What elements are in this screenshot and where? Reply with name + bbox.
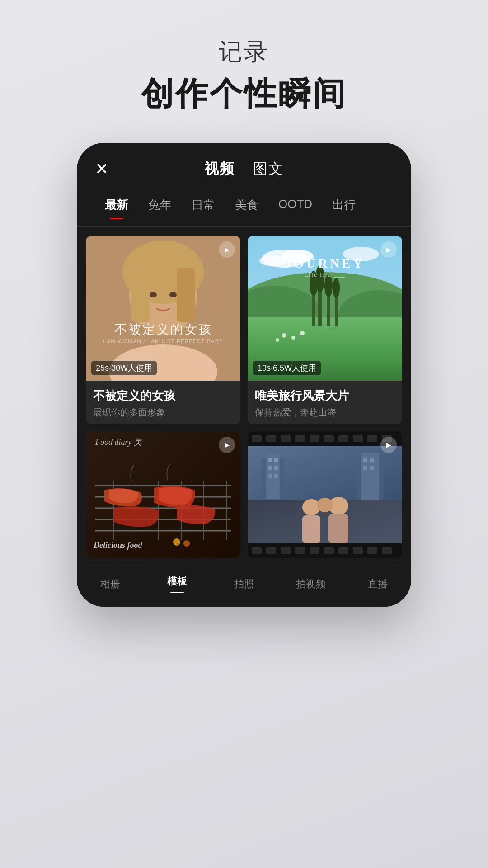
svg-rect-62 [268,458,272,462]
cat-ootd[interactable]: OOTD [268,193,322,217]
nav-video-shoot-label: 拍视频 [296,577,326,591]
svg-point-22 [333,278,340,298]
svg-point-6 [150,292,157,297]
svg-point-46 [183,540,190,547]
journey-card-info: 唯美旅行风景大片 保持热爱，奔赴山海 [248,381,402,424]
svg-rect-86 [324,547,334,554]
film-card-image: ▶ [248,431,402,558]
journey-svg: JOURNEY Life is a ___ [248,236,402,381]
svg-rect-66 [268,474,272,478]
film-svg [248,431,402,558]
portrait-play-icon[interactable]: ▶ [219,241,235,258]
svg-rect-50 [266,435,276,442]
cat-rabbit[interactable]: 兔年 [138,193,182,217]
portrait-desc: 展现你的多面形象 [93,406,233,419]
journey-badge: 19s·6.5W人使用 [253,361,321,375]
portrait-main-text: 不被定义的女孩 I AM WOMAN / I AM NOT PERFECT BA… [92,321,234,344]
nav-video-shoot[interactable]: 拍视频 [288,577,333,591]
nav-live-label: 直播 [368,577,388,591]
svg-rect-78 [328,514,348,543]
cat-daily[interactable]: 日常 [182,193,225,217]
svg-rect-3 [131,268,150,322]
cat-latest[interactable]: 最新 [95,193,138,217]
nav-template-label: 模板 [167,575,187,588]
nav-live[interactable]: 直播 [355,577,400,591]
nav-template[interactable]: 模板 [155,575,200,593]
portrait-card-image: 不被定义的女孩 I AM WOMAN / I AM NOT PERFECT BA… [86,236,240,381]
template-card-food[interactable]: Food diary 美 Delicious food ▶ [86,431,240,558]
top-subtitle: 记录 [141,36,347,68]
svg-rect-56 [353,435,363,442]
svg-rect-76 [302,515,320,543]
bottom-nav: 相册 模板 拍照 拍视频 直播 [77,567,411,607]
svg-point-27 [300,331,305,335]
header-tab-group: 视频 图文 [204,159,284,179]
svg-point-7 [169,292,177,297]
portrait-badge: 25s·30W人使用 [91,361,157,375]
cat-food[interactable]: 美食 [225,193,268,217]
svg-rect-49 [252,435,262,442]
svg-rect-81 [252,547,262,554]
svg-text:JOURNEY: JOURNEY [285,256,365,270]
template-card-film[interactable]: ▶ [248,431,402,558]
cat-travel[interactable]: 出行 [322,193,366,217]
template-card-journey[interactable]: JOURNEY Life is a ___ 19s·6.5W人使用 ▶ 唯美旅行… [248,236,402,424]
svg-rect-73 [370,466,374,470]
svg-rect-82 [266,547,276,554]
svg-rect-90 [382,547,392,554]
journey-play-icon[interactable]: ▶ [380,241,397,258]
journey-desc: 保持热爱，奔赴山海 [255,406,395,419]
portrait-cn-text: 不被定义的女孩 [92,321,234,338]
svg-rect-53 [310,435,319,442]
portrait-face-bg [86,236,240,381]
svg-rect-70 [363,458,367,462]
svg-rect-84 [295,547,305,554]
svg-rect-4 [177,268,195,322]
svg-rect-54 [324,435,334,442]
svg-rect-57 [367,435,377,442]
svg-rect-65 [274,466,278,470]
svg-point-28 [276,338,279,342]
tab-video[interactable]: 视频 [204,159,235,179]
svg-point-26 [291,336,295,340]
food-svg: Food diary 美 Delicious food [86,431,240,558]
svg-rect-83 [281,547,291,554]
food-play-icon[interactable]: ▶ [219,437,235,453]
category-bar: 最新 兔年 日常 美食 OOTD 出行 [77,188,411,227]
svg-rect-67 [274,474,278,478]
svg-text:Delicious food: Delicious food [93,541,142,550]
top-title: 创作个性瞬间 [141,72,347,116]
journey-bg: JOURNEY Life is a ___ [248,236,402,381]
svg-point-25 [282,333,286,338]
svg-point-11 [259,255,286,266]
svg-rect-63 [274,458,278,462]
content-grid: 不被定义的女孩 I AM WOMAN / I AM NOT PERFECT BA… [77,227,411,567]
journey-card-image: JOURNEY Life is a ___ 19s·6.5W人使用 ▶ [248,236,402,381]
svg-text:Life is a ___: Life is a ___ [304,271,345,278]
film-play-icon[interactable]: ▶ [380,437,397,453]
close-button[interactable]: ✕ [95,160,108,179]
nav-active-indicator [170,592,184,593]
portrait-card-info: 不被定义的女孩 展现你的多面形象 [86,381,240,424]
phone-mockup: ✕ 视频 图文 最新 兔年 日常 美食 OOTD 出行 [77,143,411,607]
svg-rect-51 [281,435,291,442]
portrait-en-text: I AM WOMAN / I AM NOT PERFECT BABY [92,338,234,344]
svg-rect-72 [363,466,367,470]
svg-rect-52 [295,435,305,442]
svg-rect-64 [268,466,272,470]
svg-rect-85 [310,547,319,554]
nav-photo-label: 拍照 [234,577,254,591]
tab-imgtext[interactable]: 图文 [253,159,284,179]
svg-rect-87 [338,547,348,554]
template-card-portrait[interactable]: 不被定义的女孩 I AM WOMAN / I AM NOT PERFECT BA… [86,236,240,424]
svg-rect-55 [338,435,348,442]
nav-album[interactable]: 相册 [88,577,133,591]
svg-text:Food diary 美: Food diary 美 [95,438,142,447]
food-card-image: Food diary 美 Delicious food ▶ [86,431,240,558]
portrait-title: 不被定义的女孩 [93,388,233,404]
svg-rect-88 [353,547,363,554]
nav-photo[interactable]: 拍照 [221,577,267,591]
journey-title: 唯美旅行风景大片 [255,388,395,404]
svg-point-45 [173,538,180,546]
svg-rect-71 [370,458,374,462]
